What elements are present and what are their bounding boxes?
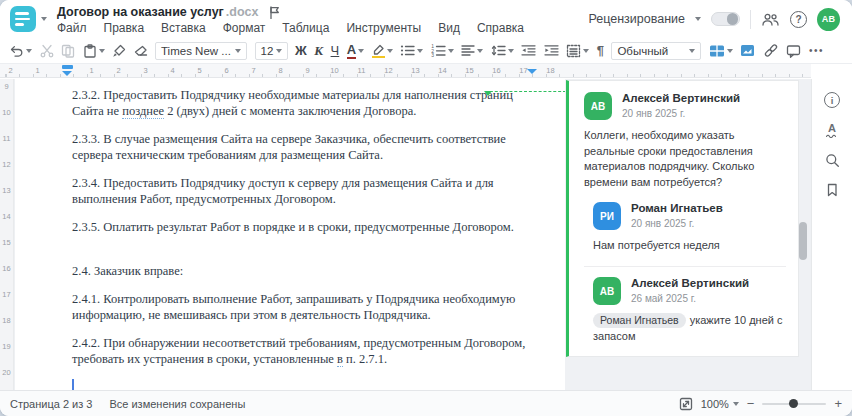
help-icon[interactable]: ? — [790, 11, 807, 28]
search-icon[interactable] — [823, 151, 841, 169]
zoom-out-button[interactable]: − — [747, 397, 755, 410]
table-caret-down-icon[interactable] — [727, 49, 733, 53]
save-status: Все изменения сохранены — [109, 398, 245, 410]
comment-author: Алексей Вертинский — [631, 277, 749, 290]
logo-caret-down-icon[interactable] — [41, 17, 47, 21]
scrollbar-thumb[interactable] — [799, 222, 807, 260]
mention-pill[interactable]: Роман Игнатьев — [593, 313, 686, 328]
menu-item[interactable]: Файл — [57, 21, 87, 35]
line-spacing-caret-down-icon[interactable] — [508, 49, 514, 53]
font-color-caret-down-icon[interactable] — [358, 49, 364, 53]
insert-table-button[interactable] — [709, 44, 733, 58]
numbered-list-caret-down-icon[interactable] — [448, 49, 454, 53]
more-tools-button[interactable]: ••• — [809, 45, 824, 56]
insert-image-button[interactable] — [740, 44, 755, 57]
review-caret-down-icon[interactable] — [695, 17, 701, 21]
comment-reply-item[interactable]: АВ Алексей Вертинский 26 май 2025 г. Ром… — [593, 277, 786, 344]
clear-style-eraser-button[interactable] — [134, 44, 148, 58]
paragraph-2-4-1[interactable]: 2.4.1. Контролировать выполнение Работ, … — [72, 291, 535, 323]
ruler-number: 10 — [0, 108, 13, 134]
comments-scrollbar[interactable] — [799, 79, 807, 390]
zoom-in-button[interactable]: + — [834, 397, 842, 410]
paragraph-2-3-4[interactable]: 2.3.4. Предоставить Подрядчику доступ к … — [72, 175, 535, 207]
paragraph-style-select[interactable]: Обычный — [611, 42, 701, 60]
align-caret-down-icon[interactable] — [477, 49, 483, 53]
comment-anchor-connector — [485, 91, 565, 92]
highlight-caret-down-icon[interactable] — [387, 49, 393, 53]
highlight-color-button[interactable] — [372, 44, 393, 58]
format-painter-button[interactable] — [112, 44, 126, 58]
spellcheck-icon[interactable]: А — [823, 121, 841, 139]
paragraph-2-3-2[interactable]: 2.3.2. Предоставить Подрядчику необходим… — [72, 87, 535, 119]
app-logo[interactable] — [10, 6, 36, 32]
user-avatar[interactable]: АВ — [817, 8, 840, 31]
menu-item[interactable]: Вставка — [161, 21, 206, 35]
menu-item[interactable]: Справка — [477, 21, 524, 35]
page-indicator[interactable]: Страница 2 из 3 — [10, 398, 92, 410]
document-page[interactable]: 2.3.2. Предоставить Подрядчику необходим… — [15, 79, 565, 390]
italic-button[interactable]: К — [314, 44, 323, 57]
size-caret-down-icon — [276, 49, 282, 53]
show-paragraph-marks-button[interactable]: ¶ — [597, 43, 604, 58]
increase-indent-button[interactable] — [544, 44, 559, 57]
comment-thread-card[interactable]: АВ Алексей Вертинский 20 янв 2025 г. Кол… — [566, 80, 799, 357]
collaboration-users-icon[interactable] — [761, 12, 780, 27]
underline-button[interactable]: Ч — [331, 44, 340, 57]
menu-item[interactable]: Правка — [104, 21, 145, 35]
zoom-slider-handle[interactable] — [789, 399, 798, 408]
undo-button[interactable] — [9, 44, 32, 57]
paragraph-2-3-3[interactable]: 2.3.3. В случае размещения Сайта на серв… — [72, 131, 535, 163]
paste-caret-down-icon[interactable] — [99, 49, 105, 53]
review-mode-label[interactable]: Рецензирование — [588, 12, 685, 26]
text-cursor — [72, 379, 74, 390]
favorite-flag-icon[interactable] — [269, 6, 280, 19]
copy-button[interactable] — [61, 44, 75, 58]
menu-item[interactable]: Инструменты — [346, 21, 421, 35]
right-indent-marker[interactable] — [527, 69, 537, 74]
review-toggle[interactable] — [711, 12, 740, 26]
comment-item[interactable]: АВ Алексей Вертинский 20 янв 2025 г. Кол… — [584, 92, 786, 190]
vertical-ruler[interactable]: 91011121314151617181920 — [0, 79, 14, 390]
ruler-number: 1 — [78, 64, 105, 77]
document-info-icon[interactable]: i — [823, 91, 841, 109]
horizontal-ruler[interactable]: 21123456789101112131415161718 — [0, 64, 811, 78]
font-name-select[interactable]: Times New ... — [155, 42, 247, 60]
left-indent-marker[interactable] — [62, 71, 72, 76]
cut-button[interactable] — [40, 44, 54, 58]
paragraph-2-4[interactable]: 2.4. Заказчик вправе: — [72, 263, 535, 279]
paragraph-2-3-5[interactable]: 2.3.5. Оплатить результат Работ в порядк… — [72, 219, 535, 235]
bold-button[interactable]: Ж — [295, 44, 307, 57]
document-extension: .docx — [226, 5, 259, 19]
fit-width-icon[interactable] — [679, 397, 693, 411]
menu-item[interactable]: Таблица — [282, 21, 329, 35]
ruler-number: 14 — [429, 64, 456, 77]
line-spacing-button[interactable] — [491, 44, 514, 57]
bullet-list-button[interactable] — [400, 44, 423, 57]
paragraph-2-4-2[interactable]: 2.4.2. При обнаружении несоответствий тр… — [72, 335, 535, 367]
font-color-button[interactable]: А — [347, 43, 364, 59]
comment-date: 20 янв 2025 г. — [631, 218, 723, 229]
numbered-list-button[interactable]: 123 — [431, 44, 454, 57]
menu-item[interactable]: Вид — [438, 21, 460, 35]
insert-link-button[interactable] — [763, 43, 779, 58]
highlighter-pen-icon — [372, 44, 385, 58]
ruler-number: 14 — [0, 212, 13, 238]
borders-caret-down-icon[interactable] — [583, 49, 589, 53]
menubar: ФайлПравкаВставкаФорматТаблицаИнструмент… — [57, 21, 524, 35]
font-size-select[interactable]: 12 — [255, 42, 288, 60]
paragraph-borders-button[interactable] — [566, 44, 589, 58]
menu-item[interactable]: Формат — [223, 21, 266, 35]
bullet-list-caret-down-icon[interactable] — [417, 49, 423, 53]
undo-caret-down-icon[interactable] — [26, 49, 32, 53]
decrease-indent-button[interactable] — [521, 44, 536, 57]
first-line-indent-marker[interactable] — [62, 65, 73, 69]
align-button[interactable] — [461, 44, 483, 57]
bookmark-icon[interactable] — [823, 181, 841, 199]
ruler-number: 2 — [0, 64, 24, 77]
paste-button[interactable] — [83, 44, 105, 58]
comment-reply-item[interactable]: РИ Роман Игнатьев 20 янв 2025 г. Нам пот… — [593, 202, 786, 254]
zoom-slider[interactable] — [762, 403, 826, 405]
zoom-level-select[interactable]: 100% — [701, 398, 739, 410]
comment-anchored-text[interactable]: позднее — [122, 104, 164, 119]
insert-comment-button[interactable] — [786, 44, 801, 58]
